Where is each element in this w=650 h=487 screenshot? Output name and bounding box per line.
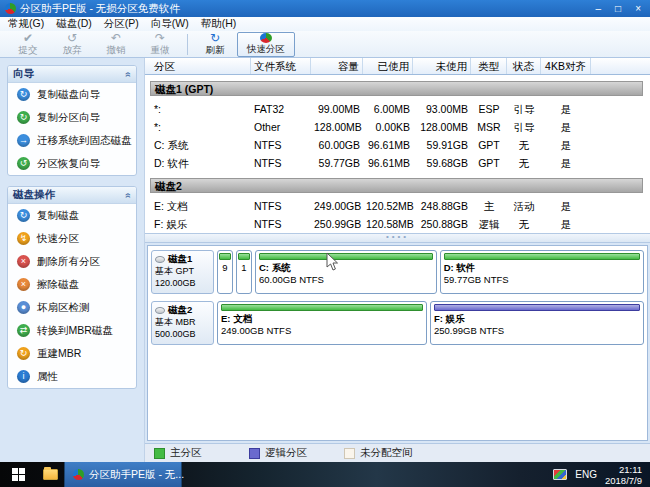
partition-block[interactable]: 1 (236, 250, 252, 294)
table-row[interactable]: F: 娱乐NTFS250.99GB120.58MB250.88GB逻辑无是 (145, 215, 650, 233)
column-header[interactable]: 类型 (471, 58, 507, 74)
menu-item[interactable]: 帮助(H) (195, 17, 243, 31)
splitter-handle[interactable]: •••• (145, 233, 650, 243)
table-cell: E: 文档 (151, 197, 251, 215)
menu-bar: 常规(G)磁盘(D)分区(P)向导(W)帮助(H) (0, 17, 650, 31)
partition-title: D: 软件 (444, 262, 640, 274)
sidebar-item-partition-recovery-wizard[interactable]: ↺分区恢复向导 (8, 152, 136, 175)
undo-label: 撤销 (107, 44, 126, 57)
sidebar-item-properties[interactable]: i属性 (8, 365, 136, 388)
sidebar-item-copy-disk-wizard[interactable]: ↻复制磁盘向导 (8, 83, 136, 106)
disk-info-box[interactable]: 磁盘2基本 MBR500.00GB (151, 301, 214, 345)
table-cell: 无 (507, 154, 541, 172)
language-indicator[interactable]: ENG (575, 469, 597, 480)
disk-name-label: 磁盘2 (168, 304, 192, 316)
partition-subtitle: 59.77GB NTFS (444, 274, 640, 286)
collapse-chevron-icon[interactable]: » (123, 71, 134, 77)
sidebar-item-wipe-disk[interactable]: ×擦除磁盘 (8, 273, 136, 296)
copy-disk-wizard-icon: ↻ (17, 88, 30, 101)
table-cell: 是 (541, 215, 591, 233)
disk-info-box[interactable]: 磁盘1基本 GPT120.00GB (151, 250, 214, 294)
discard-icon: ↺ (67, 32, 77, 44)
redo-icon: ↷ (155, 32, 165, 44)
sidebar-item-bad-sector-check[interactable]: ●坏扇区检测 (8, 296, 136, 319)
content-area: 分区文件系统容量已使用未使用类型状态4KB对齐磁盘1 (GPT)*:FAT329… (145, 58, 650, 462)
table-cell: 96.61MB (363, 154, 413, 172)
table-row[interactable]: D: 软件NTFS59.77GB96.61MB59.68GBGPT无是 (145, 154, 650, 172)
disk-icon (155, 256, 165, 263)
sidebar-item-label: 复制磁盘向导 (37, 88, 100, 102)
table-cell: 250.88GB (413, 215, 471, 233)
partition-block[interactable]: F: 娱乐250.99GB NTFS (430, 301, 644, 345)
legend-swatch-primary (154, 448, 165, 459)
column-header[interactable]: 已使用 (363, 58, 413, 74)
app-pie-icon (73, 469, 84, 480)
table-cell: 128.00MB (413, 118, 471, 136)
sidebar-item-rebuild-mbr[interactable]: ↻重建MBR (8, 342, 136, 365)
partition-block[interactable]: 9 (217, 250, 233, 294)
column-header[interactable]: 文件系统 (251, 58, 311, 74)
sidebar-item-copy-disk[interactable]: ↻复制磁盘 (8, 204, 136, 227)
sidebar-item-label: 快速分区 (37, 232, 79, 246)
sidebar-item-label: 属性 (37, 370, 58, 384)
sidebar-item-convert-to-mbr[interactable]: ⇄转换到MBR磁盘 (8, 319, 136, 342)
start-button[interactable] (0, 462, 36, 487)
menu-item[interactable]: 磁盘(D) (50, 17, 98, 31)
panel-header[interactable]: 向导» (8, 66, 136, 83)
file-explorer-button[interactable] (36, 462, 64, 487)
sidebar-item-copy-partition-wizard[interactable]: ↻复制分区向导 (8, 106, 136, 129)
table-row[interactable]: C: 系统NTFS60.00GB96.61MB59.91GBGPT无是 (145, 136, 650, 154)
column-header[interactable]: 状态 (507, 58, 541, 74)
partition-recovery-wizard-icon: ↺ (17, 157, 30, 170)
column-header[interactable]: 分区 (151, 58, 251, 74)
quick-partition-button[interactable]: 快速分区 (237, 32, 295, 57)
partition-block[interactable]: E: 文档249.00GB NTFS (217, 301, 427, 345)
sidebar-item-label: 复制分区向导 (37, 111, 100, 125)
table-row[interactable]: *:FAT3299.00MB6.00MB93.00MBESP引导是 (145, 100, 650, 118)
sidebar-item-migrate-os-to-ssd[interactable]: →迁移系统到固态磁盘 (8, 129, 136, 152)
menu-item[interactable]: 向导(W) (145, 17, 195, 31)
taskbar-app-button[interactable]: 分区助手PE版 - 无... (64, 462, 182, 487)
partition-block[interactable]: D: 软件59.77GB NTFS (440, 250, 644, 294)
column-header[interactable]: 4KB对齐 (541, 58, 591, 74)
toolbar: ✔提交↺放弃↶撤销↷重做↻刷新快速分区 (0, 31, 650, 58)
partition-title: C: 系统 (259, 262, 433, 274)
disk-map-area: 磁盘1基本 GPT120.00GB91C: 系统60.00GB NTFSD: 软… (145, 243, 650, 443)
minimize-button[interactable]: – (596, 3, 602, 14)
table-cell: MSR (471, 118, 507, 136)
legend-item-logical: 逻辑分区 (249, 446, 344, 460)
collapse-chevron-icon[interactable]: » (123, 192, 134, 198)
refresh-button[interactable]: ↻刷新 (193, 32, 237, 57)
table-cell: ESP (471, 100, 507, 118)
table-row[interactable]: E: 文档NTFS249.00GB120.52MB248.88GB主活动是 (145, 197, 650, 215)
sidebar-item-label: 复制磁盘 (37, 209, 79, 223)
sidebar: 向导»↻复制磁盘向导↻复制分区向导→迁移系统到固态磁盘↺分区恢复向导磁盘操作»↻… (0, 58, 145, 462)
display-tray-icon[interactable] (553, 469, 567, 480)
clock[interactable]: 21:11 2018/7/9 (605, 464, 642, 486)
menu-item[interactable]: 分区(P) (98, 17, 145, 31)
migrate-os-to-ssd-icon: → (17, 134, 30, 147)
windows-logo-icon (12, 468, 25, 481)
column-header[interactable]: 容量 (311, 58, 363, 74)
table-row[interactable]: *:Other128.00MB0.00KB128.00MBMSR引导是 (145, 118, 650, 136)
sidebar-item-delete-all-partitions[interactable]: ×删除所有分区 (8, 250, 136, 273)
partition-usage-bar (434, 304, 640, 311)
table-cell: NTFS (251, 215, 311, 233)
main-area: 向导»↻复制磁盘向导↻复制分区向导→迁移系统到固态磁盘↺分区恢复向导磁盘操作»↻… (0, 58, 650, 462)
disk-icon (155, 307, 165, 314)
table-cell: 0.00KB (363, 118, 413, 136)
maximize-button[interactable]: □ (615, 3, 621, 14)
partition-block[interactable]: C: 系统60.00GB NTFS (255, 250, 437, 294)
legend-item-primary: 主分区 (154, 446, 249, 460)
legend-label: 逻辑分区 (265, 446, 307, 460)
sidebar-item-label: 分区恢复向导 (37, 157, 100, 171)
table-cell: 248.88GB (413, 197, 471, 215)
refresh-label: 刷新 (206, 44, 225, 57)
partition-label: 1 (238, 262, 250, 274)
close-button[interactable]: × (635, 3, 641, 14)
panel-header[interactable]: 磁盘操作» (8, 187, 136, 204)
app-logo-pie-icon (5, 3, 16, 14)
column-header[interactable]: 未使用 (413, 58, 471, 74)
sidebar-item-quick-partition-side[interactable]: ↯快速分区 (8, 227, 136, 250)
menu-item[interactable]: 常规(G) (2, 17, 50, 31)
